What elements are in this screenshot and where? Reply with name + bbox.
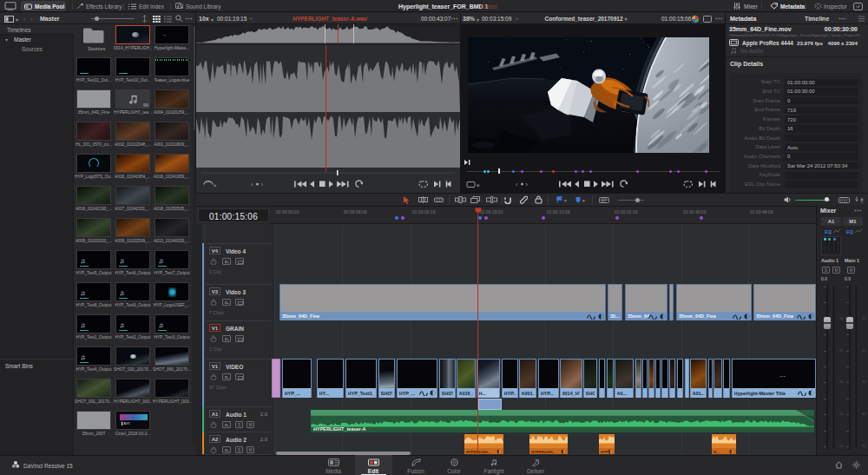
svg-text:›: ›	[526, 181, 529, 188]
svg-text:‹: ‹	[251, 181, 253, 188]
svg-text:▾: ▾	[477, 182, 480, 188]
svg-text:›: ›	[261, 181, 264, 188]
svg-text:▾: ▾	[214, 182, 217, 188]
svg-text:‹: ‹	[516, 181, 518, 188]
